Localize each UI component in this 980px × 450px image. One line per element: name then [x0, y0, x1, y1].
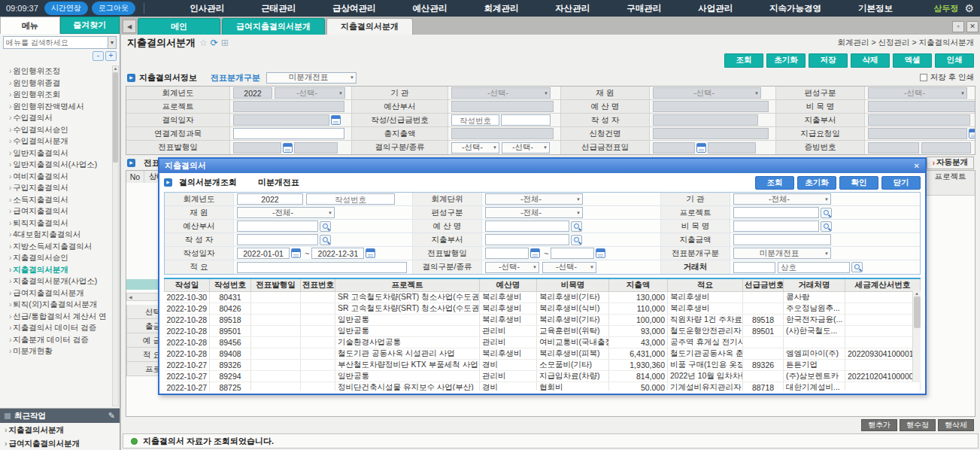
writer-input[interactable] [653, 114, 758, 126]
calendar-icon[interactable] [283, 143, 293, 153]
grid-row[interactable]: 2022-10-27 89294 일반공통 관리비 지급임차료(차량) 814,… [165, 370, 921, 382]
grid-column-header[interactable]: 작성번호 [210, 279, 251, 291]
grid-column-header[interactable]: 프로젝트 [335, 279, 480, 291]
menu-tree-item[interactable]: ›구입지출결의서 [9, 182, 120, 194]
m-decision-kind-select[interactable]: -선택- [542, 262, 596, 273]
extend-session-button[interactable]: 시간연장 [44, 2, 88, 15]
document-tab[interactable]: 급여지출결의서분개 [222, 18, 325, 35]
window-minimize-icon[interactable]: ▫ [952, 21, 964, 32]
fiscal-select[interactable]: -선택- [275, 87, 345, 99]
modal-grid-vscrollbar[interactable]: ▲ [912, 291, 921, 382]
menu-tree-item[interactable]: ›4대보험지출결의서 [9, 229, 120, 241]
decision-date-input[interactable] [233, 114, 329, 126]
search-icon[interactable] [320, 221, 331, 232]
menu-tree-item[interactable]: ›원인행위잔액명세서 [9, 101, 120, 113]
calendar-icon[interactable] [696, 143, 706, 153]
menu-tree-item[interactable]: ›급여지출결의서 [9, 205, 120, 217]
grid-column-header[interactable]: 예산명 [480, 279, 537, 291]
grid-row[interactable]: 2022-10-28 89501 일반공통 관리비 교육훈련비(위탁) 93,0… [165, 325, 921, 336]
calendar-icon[interactable] [596, 248, 605, 258]
search-icon[interactable] [571, 235, 582, 245]
menu-tree-item[interactable]: ›지출결의서 데이터 검증 [9, 322, 120, 334]
toolbar-button[interactable]: 조회 [724, 53, 763, 68]
grid-column-header[interactable]: 전표번호 [301, 279, 335, 291]
m-slip-issue-from[interactable] [485, 248, 529, 259]
search-icon[interactable] [851, 262, 863, 272]
favorite-star-icon[interactable]: ☆ [199, 38, 208, 48]
m-item-name-input[interactable] [733, 220, 819, 232]
spend-dept-input[interactable] [868, 114, 970, 126]
refresh-icon[interactable]: ⟳ [211, 38, 218, 48]
menu-tree-item[interactable]: ›원인행위조회 [9, 89, 120, 101]
global-menu-item[interactable]: 구매관리 [627, 3, 661, 14]
menu-tree-item[interactable]: ›지출결의서분개(사업소) [9, 275, 120, 287]
grid-project-column[interactable]: 프로젝트 [925, 171, 975, 183]
logout-button[interactable]: 로그아웃 [92, 2, 135, 15]
advance-slip-no-input[interactable] [708, 142, 756, 154]
m-acct-unit-select[interactable]: -전체- [485, 193, 583, 205]
grid-column-header[interactable]: 작성일 [165, 279, 210, 291]
search-icon[interactable] [821, 221, 832, 232]
grid-row[interactable]: 2022-10-28 89518 일반공통 복리후생비 복리후생비(기타) 10… [165, 314, 921, 325]
global-menu-item[interactable]: 지속가능경영 [769, 3, 821, 14]
panel-icon[interactable]: ⊞ [221, 38, 229, 48]
save-print-checkbox[interactable] [920, 74, 927, 81]
calendar-icon[interactable] [969, 129, 975, 138]
document-tab[interactable]: 지출결의서분개 [326, 18, 413, 35]
menu-tree-item[interactable]: ›여비지출결의서 [9, 171, 120, 183]
grid-row[interactable]: 2022-10-27 88725 정비단건축시설물 유지보수 사업(부산) 경비… [165, 382, 921, 391]
item-name-input[interactable] [868, 101, 975, 112]
modal-button[interactable]: 초기화 [797, 176, 836, 190]
toolbar-button[interactable]: 초기화 [766, 53, 806, 68]
settings-gear-icon[interactable]: ⚙ [964, 2, 974, 14]
budget-name-input[interactable] [653, 101, 769, 112]
modal-button[interactable]: 조회 [755, 176, 794, 190]
menu-tree-item[interactable]: ›퇴직지출결의서 [9, 217, 120, 230]
toolbar-button[interactable]: 삭제 [851, 53, 890, 68]
advance-slip-date-input[interactable] [653, 142, 695, 154]
slip-issue-no-input[interactable] [294, 142, 338, 154]
row-action-button[interactable]: 행추가 [861, 419, 897, 431]
m-note-input[interactable] [237, 262, 407, 273]
m-spend-amount-input[interactable] [733, 234, 831, 245]
calendar-icon[interactable] [366, 248, 375, 258]
advance-no-input[interactable] [501, 114, 551, 126]
menu-tree-item[interactable]: ›일반지출결의서 [9, 147, 120, 160]
modal-button[interactable]: 닫기 [881, 176, 921, 190]
grid-row[interactable]: 2022-10-27 89326 부산철도차량정비단 KTX 부품세척 사업 경… [165, 359, 921, 370]
m-slip-div-select[interactable]: 미분개전표 [733, 248, 831, 259]
grid-no-column[interactable]: No [126, 171, 144, 183]
m-spend-dept-input[interactable] [485, 234, 569, 245]
eraser-icon[interactable]: ✎ [108, 411, 115, 421]
menu-tree-item[interactable]: ›원인행위종결 [9, 78, 120, 90]
grid-column-header[interactable]: 비목명 [537, 279, 609, 291]
decision-div-select[interactable]: -선택- [451, 142, 499, 154]
collapse-all-button[interactable]: - [93, 51, 104, 61]
global-menu-item[interactable]: 예산관리 [413, 3, 448, 14]
menu-tree-item[interactable]: ›일반지출결의서(사업소) [9, 159, 120, 171]
modal-close-icon[interactable]: ✕ [914, 162, 920, 170]
tab-scroll-left-icon[interactable]: ◀ [123, 20, 136, 33]
menu-tree-item[interactable]: ›소득지출결의서 [9, 194, 120, 206]
menu-tree-item[interactable]: ›수입결의서 [9, 112, 120, 124]
auto-journal-button[interactable]: › 자동분개 [927, 157, 974, 169]
voucher-no-input1[interactable] [868, 142, 919, 154]
m-project-input[interactable] [733, 207, 819, 218]
grid-column-header[interactable]: 세금계산서번호 [845, 279, 921, 291]
menu-tree-item[interactable]: ›지출결의서분개 [9, 264, 120, 276]
window-close-icon[interactable]: ✕ [966, 21, 978, 32]
m-vendor-code-input[interactable] [733, 262, 775, 273]
calendar-icon[interactable] [530, 248, 540, 258]
m-budget-dept-input[interactable] [237, 220, 318, 232]
m-decision-div-select[interactable]: -선택- [485, 262, 539, 273]
grid-row[interactable]: 2022-10-28 89408 철도기관 공동사옥 시설관리 사업 복리후생비… [165, 348, 921, 359]
global-menu-item[interactable]: 급상여관리 [332, 3, 376, 14]
budget-dept-input[interactable] [451, 101, 554, 112]
project-input[interactable] [233, 101, 344, 112]
grid-row[interactable]: 2022-10-30 80431 SR 고속철도차량(SRT) 청소사업(수도권… [165, 291, 921, 303]
grid-column-header[interactable]: 선급금번호 [743, 279, 784, 291]
global-menu-item[interactable]: 사업관리 [698, 3, 733, 14]
total-amount-input[interactable] [451, 128, 554, 139]
toolbar-button[interactable]: 저장 [809, 53, 848, 68]
m-org-select[interactable]: -전체- [733, 193, 831, 205]
